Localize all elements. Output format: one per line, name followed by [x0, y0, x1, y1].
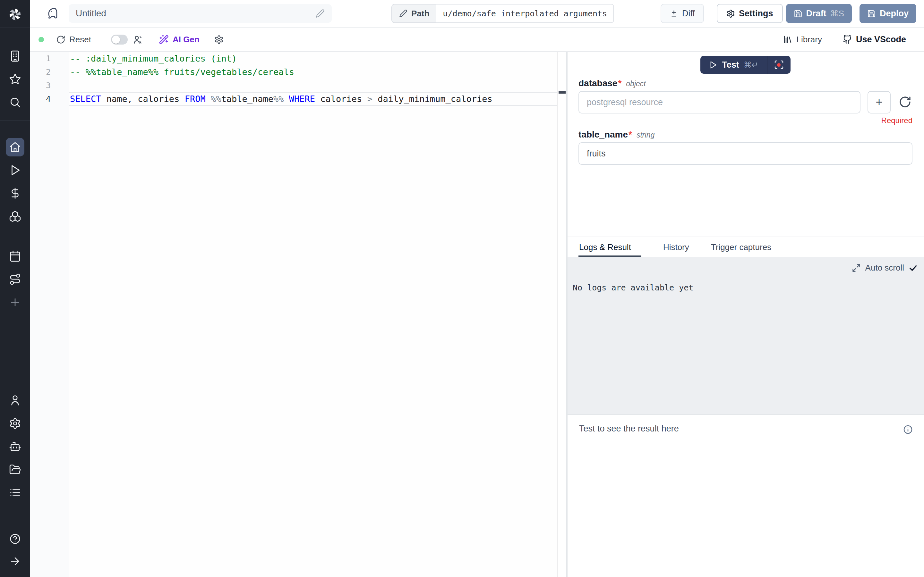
field-name: table_name [578, 129, 628, 140]
sidebar-item-workspace[interactable] [6, 47, 24, 65]
sidebar [0, 0, 30, 577]
capture-button[interactable] [767, 56, 790, 74]
ai-gen-button[interactable]: AI Gen [159, 35, 200, 45]
scrollbar-cursor-marker [559, 91, 565, 93]
code-editor[interactable]: 1234 -- :daily_minimum_calories (int)-- … [30, 52, 566, 577]
refresh-icon [56, 35, 65, 44]
check-icon[interactable] [909, 263, 918, 272]
settings-button[interactable]: Settings [717, 4, 783, 23]
edit-path-pencil-icon [399, 9, 407, 18]
dollar-icon [9, 187, 21, 199]
sidebar-item-audit-logs[interactable] [6, 484, 24, 502]
draft-button[interactable]: Draft ⌘S [786, 4, 852, 23]
diff-label: Diff [682, 9, 695, 19]
path-button[interactable]: Path u/demo/safe_interpolated_arguments [391, 4, 614, 23]
sidebar-item-triggers[interactable] [6, 270, 24, 288]
github-icon [843, 35, 852, 44]
sidebar-item-users[interactable] [6, 391, 24, 410]
path-label-segment: Path [392, 5, 436, 23]
star-icon [9, 73, 21, 85]
multiplayer-toggle[interactable] [111, 35, 128, 45]
expand-icon[interactable] [852, 263, 861, 272]
sidebar-item-add[interactable] [6, 293, 24, 311]
use-vscode-button[interactable]: Use VScode [843, 35, 906, 45]
sidebar-item-variables[interactable] [6, 184, 24, 203]
tab-trigger-captures[interactable]: Trigger captures [711, 237, 771, 257]
sidebar-expand-button[interactable] [6, 552, 24, 571]
code-line[interactable] [69, 79, 557, 92]
field-name: database [578, 78, 617, 89]
field-label-database: database* object [578, 78, 913, 89]
sidebar-item-workers[interactable] [6, 437, 24, 456]
result-tabs: Logs & ResultHistoryTrigger captures [567, 237, 924, 257]
ai-gen-label: AI Gen [173, 35, 200, 45]
line-number: 3 [30, 79, 69, 92]
sidebar-item-settings[interactable] [6, 414, 24, 433]
result-pane: Test to see the result here [567, 415, 924, 577]
info-icon[interactable] [903, 424, 913, 435]
sidebar-item-folders[interactable] [6, 460, 24, 479]
content: 1234 -- :daily_minimum_calories (int)-- … [30, 52, 924, 577]
line-number: 1 [30, 52, 69, 65]
tab-history[interactable]: History [663, 237, 689, 257]
required-message: Required [578, 116, 913, 124]
sidebar-item-resources[interactable] [6, 207, 24, 226]
play-icon [709, 61, 717, 69]
sidebar-item-runs[interactable] [6, 161, 24, 179]
use-vscode-label: Use VScode [856, 35, 906, 45]
sidebar-item-help[interactable] [6, 530, 24, 548]
diff-button[interactable]: Diff [661, 4, 704, 23]
sidebar-divider [0, 121, 30, 121]
required-asterisk: * [628, 129, 632, 140]
library-button[interactable]: Library [783, 35, 822, 45]
user-icon [9, 394, 21, 406]
route-icon [9, 273, 21, 285]
reset-button[interactable]: Reset [56, 35, 91, 45]
editor-scrollbar[interactable] [557, 52, 566, 577]
draft-label: Draft [806, 9, 827, 19]
sidebar-item-search[interactable] [6, 93, 24, 111]
home-icon [9, 141, 21, 153]
building-icon [9, 50, 21, 62]
test-shortcut: ⌘↵ [744, 60, 758, 69]
editor-settings-button[interactable] [214, 35, 224, 44]
gear-icon [214, 35, 224, 44]
sidebar-item-schedules[interactable] [6, 247, 24, 266]
edit-title-pencil-icon[interactable] [316, 9, 325, 18]
status-dot [39, 37, 44, 42]
path-label: Path [411, 9, 429, 19]
editor-code[interactable]: -- :daily_minimum_calories (int)-- %%tab… [69, 52, 557, 577]
autoscroll-label[interactable]: Auto scroll [865, 263, 904, 273]
library-label: Library [796, 35, 822, 45]
field-type: string [636, 131, 654, 139]
params-section: Test ⌘↵ database* object [567, 52, 924, 237]
help-icon [9, 533, 21, 545]
test-button[interactable]: Test ⌘↵ [700, 56, 766, 74]
reset-label: Reset [69, 35, 91, 45]
test-button-group: Test ⌘↵ [700, 56, 790, 74]
calendar-icon [9, 250, 21, 262]
code-line[interactable]: SELECT name, calories FROM %%table_name%… [69, 92, 557, 106]
database-input[interactable] [578, 91, 861, 113]
line-number: 4 [30, 92, 69, 106]
code-line[interactable]: -- %%table_name%% fruits/vegetables/cere… [69, 65, 557, 79]
table-name-input[interactable] [578, 142, 913, 165]
bot-icon [9, 440, 21, 453]
windmill-logo-icon[interactable] [7, 6, 23, 23]
code-line[interactable]: -- :daily_minimum_calories (int) [69, 52, 557, 65]
script-title-field[interactable]: Untitled [69, 4, 332, 23]
tab-logs-result[interactable]: Logs & Result [579, 237, 641, 257]
sidebar-item-home[interactable] [6, 138, 24, 156]
table-name-input-row [578, 142, 913, 165]
add-resource-button[interactable]: + [867, 91, 891, 113]
logs-toolbar: Auto scroll [573, 263, 918, 273]
path-value: u/demo/safe_interpolated_arguments [436, 5, 614, 23]
deploy-button[interactable]: Deploy [859, 4, 916, 23]
logs-pane: Auto scroll No logs are available yet [567, 257, 924, 415]
database-input-row: + [578, 91, 913, 113]
sidebar-divider [0, 27, 30, 28]
sidebar-item-favorites[interactable] [6, 70, 24, 89]
users-icon [133, 34, 144, 45]
refresh-resource-button[interactable] [898, 95, 913, 110]
deploy-label: Deploy [880, 9, 909, 19]
